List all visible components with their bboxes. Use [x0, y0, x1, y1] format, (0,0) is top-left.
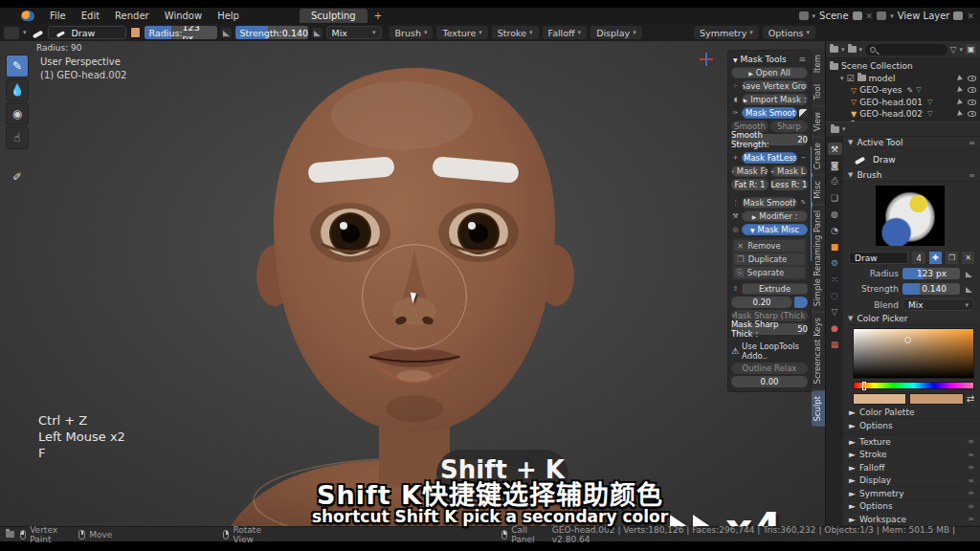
- separate-button[interactable]: ⎘Separate: [734, 267, 805, 278]
- popover-stroke[interactable]: Stroke▾: [492, 26, 539, 39]
- side-tab-simple-renaming-panel[interactable]: Simple Renaming Panel: [812, 206, 825, 311]
- new-scene-icon[interactable]: [853, 11, 862, 20]
- section-texture[interactable]: ►Texture≡: [843, 435, 980, 449]
- menu-help[interactable]: Help: [210, 9, 247, 23]
- close-scene-icon[interactable]: ✕: [866, 11, 874, 21]
- primary-color-swatch[interactable]: [853, 393, 906, 405]
- properties-tab-physics[interactable]: ◌: [828, 289, 842, 301]
- popover-symmetry[interactable]: Symmetry▾: [694, 26, 759, 39]
- radius-pressure-icon[interactable]: [221, 28, 232, 38]
- visibility-icon[interactable]: [968, 87, 976, 93]
- mask-smooth-button[interactable]: ▼Mask Smooth: [742, 107, 797, 119]
- popover-display[interactable]: Display▾: [590, 26, 642, 39]
- open-all-button[interactable]: ▶Open All: [731, 67, 808, 78]
- filter-icon[interactable]: ▽: [950, 45, 957, 55]
- outliner-row-geo-head-002[interactable]: ▼GEO-head.002▽: [826, 108, 980, 121]
- new-view-layer-icon[interactable]: [953, 11, 963, 20]
- checkbox-icon[interactable]: ☑: [847, 74, 855, 83]
- remove-button[interactable]: ✕Remove: [734, 240, 805, 252]
- outliner-row-scene-collection[interactable]: Scene Collection: [826, 60, 980, 73]
- brush-color-swatch[interactable]: [130, 27, 141, 38]
- props-radius-slider[interactable]: 123 px: [902, 268, 960, 279]
- properties-tab-object[interactable]: ■: [828, 240, 842, 253]
- fat-r-field[interactable]: Fat R: 1: [731, 179, 768, 190]
- hue-bar[interactable]: [853, 382, 974, 389]
- side-tab-tool[interactable]: Tool: [812, 79, 825, 105]
- brush-preview-image[interactable]: [876, 186, 945, 246]
- brush-panel-header[interactable]: ▼Brush≡: [843, 169, 980, 182]
- tool-average-button[interactable]: ◉: [6, 102, 29, 125]
- section-falloff[interactable]: ►Falloff≡: [843, 461, 980, 474]
- popover-texture[interactable]: Texture▾: [436, 26, 487, 39]
- modifier-button[interactable]: ▶Modifier :: [742, 210, 808, 222]
- section-options[interactable]: ►Options: [843, 419, 980, 432]
- view-layer-selector[interactable]: View Layer: [898, 11, 950, 21]
- extrude-button[interactable]: Extrude: [742, 283, 808, 295]
- selectable-icon[interactable]: [957, 87, 964, 94]
- scene-selector[interactable]: Scene: [819, 11, 849, 21]
- outliner-row-geo-eyes[interactable]: ▽GEO-eyes✎▽: [826, 84, 980, 97]
- less-r-field[interactable]: Less R: 1: [770, 179, 808, 190]
- extrude-toggle[interactable]: [794, 297, 808, 308]
- mode-selector-icon[interactable]: [4, 27, 19, 39]
- mask-fat-button[interactable]: + Mask Fat: [731, 165, 768, 177]
- properties-tab-tool[interactable]: ⚒: [828, 143, 842, 155]
- tool-annotate-button[interactable]: ✐: [6, 165, 29, 188]
- blender-logo-icon[interactable]: [21, 11, 34, 21]
- side-tab-misc[interactable]: Misc: [812, 176, 825, 204]
- blend-mode-dropdown[interactable]: Mix▾: [326, 26, 382, 39]
- menu-file[interactable]: File: [42, 9, 74, 23]
- active-tool-pill[interactable]: Draw: [48, 26, 126, 39]
- tool-draw-brush-button[interactable]: ✎: [6, 55, 29, 77]
- outliner-options-icon[interactable]: ▣: [966, 44, 976, 55]
- unlink-brush-icon[interactable]: ✕: [962, 252, 974, 264]
- selectable-icon[interactable]: [957, 99, 964, 105]
- strength-slider[interactable]: Strength: 0.140: [235, 26, 308, 39]
- props-blend-dropdown[interactable]: Mix▾: [902, 298, 974, 311]
- properties-tab-particles[interactable]: ⁙: [828, 273, 842, 285]
- statusbar-editor-icon[interactable]: [6, 531, 14, 538]
- props-strength-slider[interactable]: 0.140: [902, 283, 960, 295]
- outliner-row-geo-head-001[interactable]: ▽GEO-head.001▽: [826, 97, 980, 109]
- properties-tab-scene[interactable]: ◍: [828, 208, 842, 220]
- side-tab-sculpt[interactable]: Sculpt: [812, 391, 825, 427]
- properties-tab-view-layer[interactable]: ❏: [828, 191, 842, 204]
- swap-colors-icon[interactable]: ⇄: [967, 393, 974, 404]
- outline-relax-button[interactable]: Outline Relax: [731, 363, 808, 374]
- section-color-palette[interactable]: ►Color Palette: [843, 407, 980, 420]
- props-strength-pressure-icon[interactable]: [964, 284, 974, 295]
- properties-tab-modifiers[interactable]: ⚙: [828, 256, 842, 269]
- side-tab-create[interactable]: Create: [812, 138, 825, 174]
- selectable-icon[interactable]: [957, 75, 964, 81]
- extrude-value-field[interactable]: 0.20: [731, 297, 792, 308]
- properties-tab-texture[interactable]: ▦: [828, 338, 842, 350]
- close-view-layer-icon[interactable]: ✕: [967, 11, 974, 21]
- properties-tab-material[interactable]: ●: [828, 321, 842, 334]
- visibility-icon[interactable]: [968, 76, 976, 81]
- outliner-row-model[interactable]: ▾☑model: [826, 73, 980, 85]
- new-collection-icon[interactable]: [848, 46, 857, 53]
- section-stroke[interactable]: ►Stroke≡: [843, 449, 980, 462]
- duplicate-brush-icon[interactable]: ❐: [946, 252, 958, 264]
- menu-edit[interactable]: Edit: [74, 9, 107, 23]
- properties-tab-world[interactable]: ◔: [828, 224, 842, 236]
- mask-fatless-button[interactable]: ▼Mask FatLess :: [742, 152, 797, 164]
- import-mask-button[interactable]: ▶Import Mask :: [742, 94, 808, 105]
- editor-type-icon[interactable]: [831, 126, 839, 133]
- side-tab-item[interactable]: Item: [812, 50, 825, 77]
- popover-options[interactable]: Options▾: [763, 26, 815, 39]
- tool-smear-button[interactable]: ☝: [6, 126, 29, 149]
- mask-misc-button[interactable]: ▼Mask Misc: [742, 224, 808, 235]
- workspace-tab-sculpting[interactable]: Sculpting: [300, 9, 368, 23]
- mask-less-button[interactable]: − Mask L..: [770, 165, 808, 177]
- menu-window[interactable]: Window: [157, 9, 210, 23]
- active-tool-panel-header[interactable]: ▼Active Tool≡: [843, 137, 980, 149]
- properties-tab-output[interactable]: ⎙: [828, 175, 842, 187]
- menu-render[interactable]: Render: [107, 9, 157, 23]
- radius-slider[interactable]: Radius: 123 px: [145, 26, 217, 39]
- display-mode-icon[interactable]: [830, 46, 838, 53]
- color-picker-square[interactable]: [853, 328, 974, 379]
- expand-icon[interactable]: ▾: [840, 75, 844, 82]
- viewport-3d[interactable]: Radius: 90 User Perspective (1) GEO-head…: [0, 41, 825, 526]
- side-tab-view[interactable]: View: [812, 107, 825, 136]
